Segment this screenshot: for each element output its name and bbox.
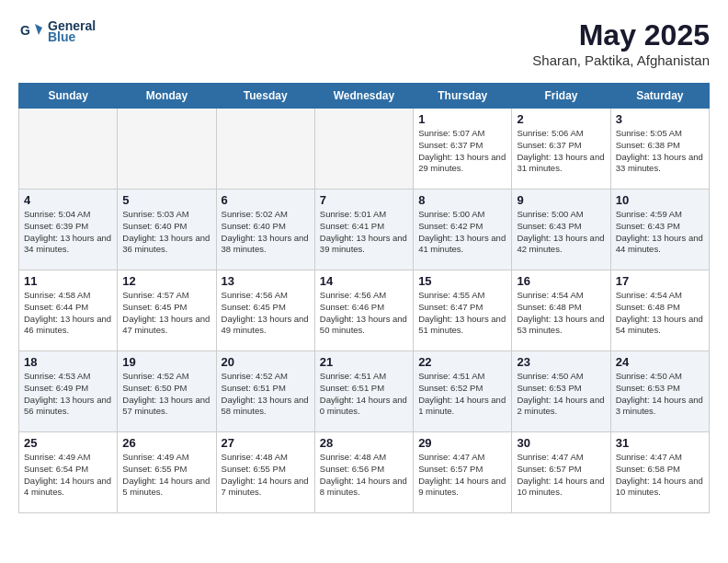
calendar-cell-27: 27Sunrise: 4:48 AMSunset: 6:55 PMDayligh… xyxy=(216,432,314,513)
day-number: 8 xyxy=(418,193,506,207)
cell-info: Sunrise: 4:51 AMSunset: 6:52 PMDaylight:… xyxy=(418,371,506,418)
cell-info: Sunrise: 4:49 AMSunset: 6:55 PMDaylight:… xyxy=(122,452,210,499)
cell-info: Sunrise: 5:01 AMSunset: 6:41 PMDaylight:… xyxy=(320,209,408,256)
calendar-cell-12: 12Sunrise: 4:57 AMSunset: 6:45 PMDayligh… xyxy=(118,270,216,351)
title-block: May 2025 Sharan, Paktika, Afghanistan xyxy=(532,18,710,68)
cell-info: Sunrise: 4:53 AMSunset: 6:49 PMDaylight:… xyxy=(24,371,112,418)
day-header-row: SundayMondayTuesdayWednesdayThursdayFrid… xyxy=(19,84,710,109)
cell-info: Sunrise: 4:54 AMSunset: 6:48 PMDaylight:… xyxy=(517,290,605,337)
cell-info: Sunrise: 4:47 AMSunset: 6:57 PMDaylight:… xyxy=(517,452,605,499)
cell-info: Sunrise: 4:59 AMSunset: 6:43 PMDaylight:… xyxy=(616,209,704,256)
calendar-cell-11: 11Sunrise: 4:58 AMSunset: 6:44 PMDayligh… xyxy=(19,270,118,351)
cell-info: Sunrise: 4:55 AMSunset: 6:47 PMDaylight:… xyxy=(418,290,506,337)
logo-icon: G xyxy=(18,18,44,44)
day-header-sunday: Sunday xyxy=(19,84,118,109)
cell-info: Sunrise: 4:56 AMSunset: 6:45 PMDaylight:… xyxy=(222,290,310,337)
cell-info: Sunrise: 4:50 AMSunset: 6:53 PMDaylight:… xyxy=(517,371,605,418)
location-subtitle: Sharan, Paktika, Afghanistan xyxy=(532,52,710,68)
cell-info: Sunrise: 4:58 AMSunset: 6:44 PMDaylight:… xyxy=(24,290,112,337)
cell-info: Sunrise: 4:52 AMSunset: 6:51 PMDaylight:… xyxy=(222,371,310,418)
calendar-cell-23: 23Sunrise: 4:50 AMSunset: 6:53 PMDayligh… xyxy=(512,351,610,432)
day-number: 29 xyxy=(418,436,506,450)
month-title: May 2025 xyxy=(532,18,710,52)
cell-info: Sunrise: 5:03 AMSunset: 6:40 PMDaylight:… xyxy=(122,209,210,256)
day-number: 17 xyxy=(616,274,704,288)
day-number: 19 xyxy=(122,355,210,369)
cell-info: Sunrise: 5:06 AMSunset: 6:37 PMDaylight:… xyxy=(517,128,605,175)
empty-cell xyxy=(19,109,118,190)
day-number: 10 xyxy=(616,193,704,207)
calendar-cell-31: 31Sunrise: 4:47 AMSunset: 6:58 PMDayligh… xyxy=(610,432,709,513)
calendar-cell-9: 9Sunrise: 5:00 AMSunset: 6:43 PMDaylight… xyxy=(512,190,610,270)
cell-info: Sunrise: 4:57 AMSunset: 6:45 PMDaylight:… xyxy=(122,290,210,337)
day-number: 3 xyxy=(616,112,704,126)
day-number: 23 xyxy=(517,355,605,369)
cell-info: Sunrise: 4:56 AMSunset: 6:46 PMDaylight:… xyxy=(320,290,408,337)
calendar-cell-13: 13Sunrise: 4:56 AMSunset: 6:45 PMDayligh… xyxy=(216,270,314,351)
cell-info: Sunrise: 4:52 AMSunset: 6:50 PMDaylight:… xyxy=(122,371,210,418)
calendar-week-row: 18Sunrise: 4:53 AMSunset: 6:49 PMDayligh… xyxy=(19,351,710,432)
day-number: 21 xyxy=(320,355,408,369)
cell-info: Sunrise: 5:07 AMSunset: 6:37 PMDaylight:… xyxy=(418,128,506,175)
page-header: G General Blue May 2025 Sharan, Paktika,… xyxy=(18,18,710,68)
empty-cell xyxy=(314,109,413,190)
day-number: 26 xyxy=(122,436,210,450)
logo-text: General Blue xyxy=(48,18,96,44)
day-number: 12 xyxy=(122,274,210,288)
calendar-cell-26: 26Sunrise: 4:49 AMSunset: 6:55 PMDayligh… xyxy=(118,432,216,513)
day-number: 2 xyxy=(517,112,605,126)
calendar-week-row: 25Sunrise: 4:49 AMSunset: 6:54 PMDayligh… xyxy=(19,432,710,513)
day-number: 27 xyxy=(222,436,310,450)
day-number: 25 xyxy=(24,436,112,450)
day-number: 31 xyxy=(616,436,704,450)
calendar-week-row: 1Sunrise: 5:07 AMSunset: 6:37 PMDaylight… xyxy=(19,109,710,190)
cell-info: Sunrise: 4:51 AMSunset: 6:51 PMDaylight:… xyxy=(320,371,408,418)
day-number: 16 xyxy=(517,274,605,288)
calendar-cell-2: 2Sunrise: 5:06 AMSunset: 6:37 PMDaylight… xyxy=(512,109,610,190)
calendar-cell-6: 6Sunrise: 5:02 AMSunset: 6:40 PMDaylight… xyxy=(216,190,314,270)
calendar-cell-25: 25Sunrise: 4:49 AMSunset: 6:54 PMDayligh… xyxy=(19,432,118,513)
calendar-cell-30: 30Sunrise: 4:47 AMSunset: 6:57 PMDayligh… xyxy=(512,432,610,513)
day-number: 1 xyxy=(418,112,506,126)
calendar-cell-10: 10Sunrise: 4:59 AMSunset: 6:43 PMDayligh… xyxy=(610,190,709,270)
day-number: 13 xyxy=(222,274,310,288)
calendar-cell-21: 21Sunrise: 4:51 AMSunset: 6:51 PMDayligh… xyxy=(314,351,413,432)
day-number: 28 xyxy=(320,436,408,450)
cell-info: Sunrise: 4:49 AMSunset: 6:54 PMDaylight:… xyxy=(24,452,112,499)
cell-info: Sunrise: 5:02 AMSunset: 6:40 PMDaylight:… xyxy=(222,209,310,256)
cell-info: Sunrise: 4:48 AMSunset: 6:55 PMDaylight:… xyxy=(222,452,310,499)
cell-info: Sunrise: 4:50 AMSunset: 6:53 PMDaylight:… xyxy=(616,371,704,418)
day-number: 30 xyxy=(517,436,605,450)
day-header-tuesday: Tuesday xyxy=(216,84,314,109)
day-number: 24 xyxy=(616,355,704,369)
day-number: 4 xyxy=(24,193,112,207)
day-number: 20 xyxy=(222,355,310,369)
day-number: 11 xyxy=(24,274,112,288)
day-number: 15 xyxy=(418,274,506,288)
empty-cell xyxy=(118,109,216,190)
calendar-cell-22: 22Sunrise: 4:51 AMSunset: 6:52 PMDayligh… xyxy=(414,351,512,432)
cell-info: Sunrise: 4:47 AMSunset: 6:58 PMDaylight:… xyxy=(616,452,704,499)
calendar-cell-18: 18Sunrise: 4:53 AMSunset: 6:49 PMDayligh… xyxy=(19,351,118,432)
svg-marker-1 xyxy=(35,24,42,35)
svg-text:G: G xyxy=(20,23,30,38)
day-header-thursday: Thursday xyxy=(414,84,512,109)
calendar-cell-20: 20Sunrise: 4:52 AMSunset: 6:51 PMDayligh… xyxy=(216,351,314,432)
day-number: 18 xyxy=(24,355,112,369)
calendar-cell-14: 14Sunrise: 4:56 AMSunset: 6:46 PMDayligh… xyxy=(314,270,413,351)
calendar-cell-28: 28Sunrise: 4:48 AMSunset: 6:56 PMDayligh… xyxy=(314,432,413,513)
calendar-cell-15: 15Sunrise: 4:55 AMSunset: 6:47 PMDayligh… xyxy=(414,270,512,351)
calendar-cell-1: 1Sunrise: 5:07 AMSunset: 6:37 PMDaylight… xyxy=(414,109,512,190)
day-header-monday: Monday xyxy=(118,84,216,109)
calendar-table: SundayMondayTuesdayWednesdayThursdayFrid… xyxy=(18,83,710,513)
day-number: 14 xyxy=(320,274,408,288)
cell-info: Sunrise: 5:04 AMSunset: 6:39 PMDaylight:… xyxy=(24,209,112,256)
calendar-cell-16: 16Sunrise: 4:54 AMSunset: 6:48 PMDayligh… xyxy=(512,270,610,351)
calendar-cell-4: 4Sunrise: 5:04 AMSunset: 6:39 PMDaylight… xyxy=(19,190,118,270)
cell-info: Sunrise: 4:47 AMSunset: 6:57 PMDaylight:… xyxy=(418,452,506,499)
day-header-friday: Friday xyxy=(512,84,610,109)
day-number: 7 xyxy=(320,193,408,207)
calendar-cell-7: 7Sunrise: 5:01 AMSunset: 6:41 PMDaylight… xyxy=(314,190,413,270)
calendar-cell-29: 29Sunrise: 4:47 AMSunset: 6:57 PMDayligh… xyxy=(414,432,512,513)
calendar-cell-5: 5Sunrise: 5:03 AMSunset: 6:40 PMDaylight… xyxy=(118,190,216,270)
